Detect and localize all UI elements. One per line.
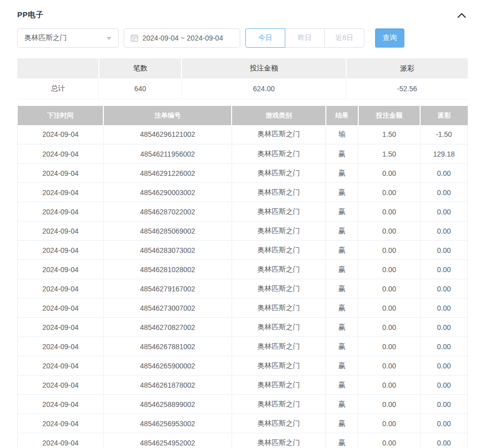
summary-total-row: 总计 640 624.00 -52.56 — [17, 79, 468, 99]
cell-order-no: 48546296121002 — [103, 125, 232, 144]
game-select[interactable]: 奥林匹斯之门 — [17, 28, 119, 48]
cell-order-no: 48546287022002 — [103, 202, 232, 221]
cell-order-no: 48546211956002 — [103, 144, 232, 164]
cell-game-category: 奥林匹斯之门 — [232, 337, 326, 356]
records-body: 2024-09-04 48546296121002 奥林匹斯之门 输 1.50 … — [18, 125, 468, 448]
summary-table: 笔数 投注金额 派彩 总计 640 624.00 -52.56 — [17, 58, 468, 99]
cell-result: 赢 — [326, 414, 358, 433]
cell-result: 赢 — [326, 183, 358, 202]
summary-total-label: 总计 — [17, 79, 99, 99]
date-range-value: 2024-09-04 ~ 2024-09-04 — [142, 34, 223, 42]
query-button[interactable]: 查询 — [375, 28, 404, 48]
cell-bet-amount: 0.00 — [358, 337, 421, 356]
cell-bet-amount: 0.00 — [358, 260, 421, 279]
cell-bet-amount: 0.00 — [358, 414, 421, 433]
cell-payout: -1.50 — [420, 125, 467, 144]
cell-bet-amount: 0.00 — [358, 356, 421, 376]
cell-game-category: 奥林匹斯之门 — [232, 395, 326, 414]
cell-bet-amount: 0.00 — [358, 376, 421, 395]
cell-order-no: 48546256953002 — [103, 414, 232, 433]
cell-bet-amount: 1.50 — [358, 125, 421, 144]
cell-bet-amount: 1.50 — [358, 144, 421, 164]
cell-order-no: 48546285069002 — [103, 221, 232, 241]
cell-payout: 0.00 — [420, 356, 467, 376]
chevron-up-icon — [457, 13, 467, 20]
quick-range-button[interactable]: 今日 — [245, 28, 285, 48]
cell-game-category: 奥林匹斯之门 — [232, 260, 326, 279]
table-row: 2024-09-04 48546211956002 奥林匹斯之门 赢 1.50 … — [18, 144, 468, 164]
cell-order-no: 48546283073002 — [103, 241, 232, 260]
cell-bet-time: 2024-09-04 — [18, 279, 104, 298]
cell-result: 赢 — [326, 221, 358, 241]
cell-bet-time: 2024-09-04 — [18, 318, 104, 337]
cell-game-category: 奥林匹斯之门 — [232, 298, 326, 318]
cell-bet-time: 2024-09-04 — [18, 356, 104, 376]
quick-range-button[interactable]: 近8日 — [324, 28, 364, 48]
summary-header-blank — [17, 58, 99, 79]
cell-game-category: 奥林匹斯之门 — [232, 241, 326, 260]
cell-result: 赢 — [326, 433, 358, 448]
cell-game-category: 奥林匹斯之门 — [232, 279, 326, 298]
game-select-value: 奥林匹斯之门 — [24, 33, 67, 43]
cell-order-no: 48546265900002 — [103, 356, 232, 376]
summary-header-row: 笔数 投注金额 派彩 — [17, 58, 468, 79]
cell-bet-time: 2024-09-04 — [18, 125, 104, 144]
records-header-row: 下注时间 注单编号 游戏类别 结果 投注金额 派彩 — [18, 106, 468, 125]
pp-panel: PP电子 奥林匹斯之门 2024-09-04 ~ 20 — [0, 0, 485, 448]
cell-result: 赢 — [326, 298, 358, 318]
cell-payout: 0.00 — [420, 279, 467, 298]
cell-payout: 0.00 — [420, 183, 467, 202]
table-row: 2024-09-04 48546256953002 奥林匹斯之门 赢 0.00 … — [18, 414, 468, 433]
cell-game-category: 奥林匹斯之门 — [232, 125, 326, 144]
summary-total-payout: -52.56 — [346, 79, 468, 99]
cell-result: 赢 — [326, 144, 358, 164]
cell-bet-amount: 0.00 — [358, 241, 421, 260]
cell-bet-time: 2024-09-04 — [18, 164, 104, 183]
cell-result: 赢 — [326, 395, 358, 414]
header-order-no: 注单编号 — [103, 106, 232, 125]
cell-order-no: 48546290003002 — [103, 183, 232, 202]
header-bet-time: 下注时间 — [18, 106, 104, 125]
cell-bet-amount: 0.00 — [358, 279, 421, 298]
records-table: 下注时间 注单编号 游戏类别 结果 投注金额 派彩 2024-09-04 485… — [17, 106, 468, 448]
quick-range-group: 今日 昨日 近8日 — [245, 28, 364, 48]
table-row: 2024-09-04 48546261878002 奥林匹斯之门 赢 0.00 … — [18, 376, 468, 395]
cell-order-no: 48546291226002 — [103, 164, 232, 183]
cell-payout: 0.00 — [420, 221, 467, 241]
cell-bet-time: 2024-09-04 — [18, 183, 104, 202]
cell-bet-amount: 0.00 — [358, 395, 421, 414]
cell-game-category: 奥林匹斯之门 — [232, 356, 326, 376]
cell-bet-time: 2024-09-04 — [18, 433, 104, 448]
quick-range-button[interactable]: 昨日 — [285, 28, 325, 48]
table-row: 2024-09-04 48546287022002 奥林匹斯之门 赢 0.00 … — [18, 202, 468, 221]
panel-header: PP电子 — [17, 0, 468, 20]
cell-game-category: 奥林匹斯之门 — [232, 202, 326, 221]
cell-result: 赢 — [326, 260, 358, 279]
date-range-picker[interactable]: 2024-09-04 ~ 2024-09-04 — [124, 28, 240, 48]
cell-payout: 0.00 — [420, 241, 467, 260]
cell-payout: 0.00 — [420, 414, 467, 433]
cell-payout: 0.00 — [420, 337, 467, 356]
table-row: 2024-09-04 48546281028002 奥林匹斯之门 赢 0.00 … — [18, 260, 468, 279]
cell-payout: 0.00 — [420, 433, 467, 448]
cell-order-no: 48546273007002 — [103, 298, 232, 318]
cell-bet-amount: 0.00 — [358, 298, 421, 318]
table-row: 2024-09-04 48546291226002 奥林匹斯之门 赢 0.00 … — [18, 164, 468, 183]
cell-order-no: 48546254952002 — [103, 433, 232, 448]
cell-bet-time: 2024-09-04 — [18, 202, 104, 221]
table-row: 2024-09-04 48546290003002 奥林匹斯之门 赢 0.00 … — [18, 183, 468, 202]
header-payout: 派彩 — [420, 106, 467, 125]
cell-payout: 0.00 — [420, 298, 467, 318]
calendar-icon — [130, 34, 138, 42]
summary-header-bet-amount: 投注金额 — [181, 58, 346, 79]
cell-bet-amount: 0.00 — [358, 433, 421, 448]
cell-result: 赢 — [326, 241, 358, 260]
cell-game-category: 奥林匹斯之门 — [232, 433, 326, 448]
table-row: 2024-09-04 48546265900002 奥林匹斯之门 赢 0.00 … — [18, 356, 468, 376]
table-row: 2024-09-04 48546254952002 奥林匹斯之门 赢 0.00 … — [18, 433, 468, 448]
collapse-button[interactable] — [456, 11, 468, 20]
cell-payout: 0.00 — [420, 376, 467, 395]
table-row: 2024-09-04 48546285069002 奥林匹斯之门 赢 0.00 … — [18, 221, 468, 241]
cell-bet-amount: 0.00 — [358, 183, 421, 202]
table-row: 2024-09-04 48546273007002 奥林匹斯之门 赢 0.00 … — [18, 298, 468, 318]
